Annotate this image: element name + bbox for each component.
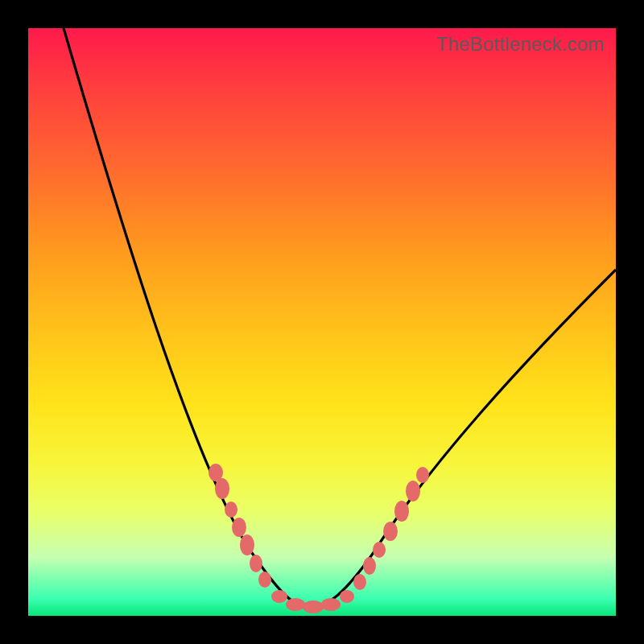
marker-group (208, 464, 429, 613)
marker-dot (383, 522, 398, 541)
marker-dot (416, 467, 429, 483)
marker-dot (321, 598, 341, 611)
marker-dot (286, 598, 305, 611)
marker-dot (340, 590, 354, 603)
bottleneck-curve-svg (28, 28, 616, 616)
marker-dot (394, 501, 409, 522)
marker-dot (215, 478, 229, 499)
marker-dot (303, 601, 324, 613)
marker-dot (373, 542, 386, 558)
plot-area: TheBottleneck.com (28, 28, 616, 616)
marker-dot (225, 502, 237, 518)
marker-dot (406, 481, 420, 502)
chart-frame: TheBottleneck.com (0, 0, 644, 644)
marker-dot (271, 590, 287, 603)
marker-dot (232, 518, 246, 537)
marker-dot (363, 557, 376, 575)
marker-dot (258, 572, 271, 588)
marker-dot (353, 574, 366, 590)
marker-dot (240, 535, 254, 555)
bottleneck-curve-path (64, 28, 616, 608)
marker-dot (250, 555, 262, 572)
